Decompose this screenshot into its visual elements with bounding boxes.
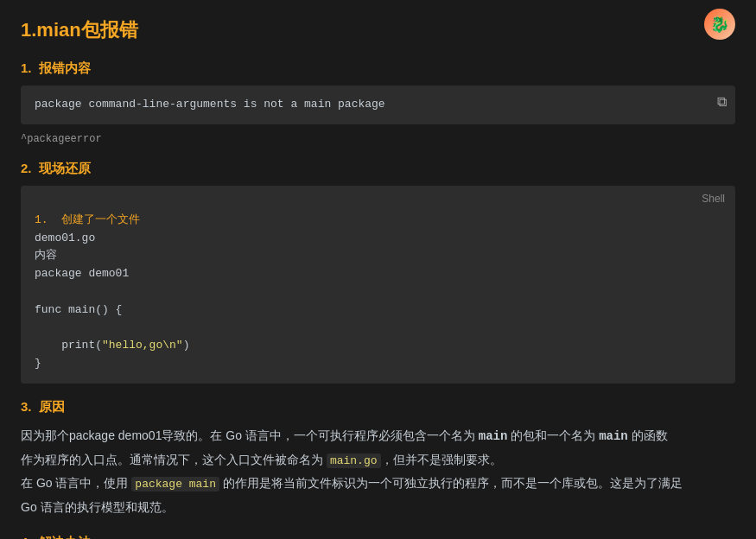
package-main-inline: package main: [131, 477, 219, 491]
scene-code-content: demo01.go 内容 package demo01 func main() …: [35, 231, 189, 371]
section2-heading: 现场还原: [39, 161, 91, 175]
prose-line-3: 在 Go 语言中，使用 package main 的作用是将当前文件标识为一个可…: [21, 472, 735, 496]
main-keyword-2: main: [599, 429, 628, 443]
scene-code: 1. 创建了一个文件 demo01.go 内容 package demo01 f…: [21, 186, 735, 384]
prose-line-2: 作为程序的入口点。通常情况下，这个入口文件被命名为 main.go，但并不是强制…: [21, 448, 735, 472]
prose-line-4: Go 语言的执行模型和规范。: [21, 496, 735, 519]
section1-number: 1.: [21, 60, 32, 75]
section-3: 3. 原因 因为那个package demo01导致的。在 Go 语言中，一个可…: [21, 399, 735, 519]
prose-line-1: 因为那个package demo01导致的。在 Go 语言中，一个可执行程序必须…: [21, 424, 735, 448]
page-title: 1.mian包报错: [21, 17, 735, 43]
section3-number: 3.: [21, 399, 32, 414]
copy-icon[interactable]: ⧉: [717, 94, 727, 110]
section1-heading: 报错内容: [39, 60, 91, 75]
error-code-block: package command-line-arguments is not a …: [21, 86, 735, 124]
sub-item-text: 1. 创建了一个文件: [35, 213, 140, 226]
section-2: 2. 现场还原 Shell 1. 创建了一个文件 demo01.go 内容 pa…: [21, 161, 735, 384]
section4-heading: 解决办法: [39, 535, 91, 539]
section-1: 1. 报错内容 package command-line-arguments i…: [21, 60, 735, 145]
main-keyword-1: main: [479, 429, 508, 443]
section4-number: 4.: [21, 535, 32, 539]
error-label: ^packageerror: [21, 133, 735, 145]
error-code: package command-line-arguments is not a …: [21, 86, 735, 124]
section2-number: 2.: [21, 161, 32, 175]
main-go-inline: main.go: [327, 453, 381, 468]
avatar: 🐉: [704, 9, 735, 40]
section3-heading: 原因: [39, 399, 65, 414]
section3-prose: 因为那个package demo01导致的。在 Go 语言中，一个可执行程序必须…: [21, 424, 735, 519]
shell-label-1: Shell: [702, 193, 725, 205]
section-4: 4. 解决办法 Shell package demo01 改成 package …: [21, 535, 735, 539]
scene-code-block: Shell 1. 创建了一个文件 demo01.go 内容 package de…: [21, 186, 735, 384]
